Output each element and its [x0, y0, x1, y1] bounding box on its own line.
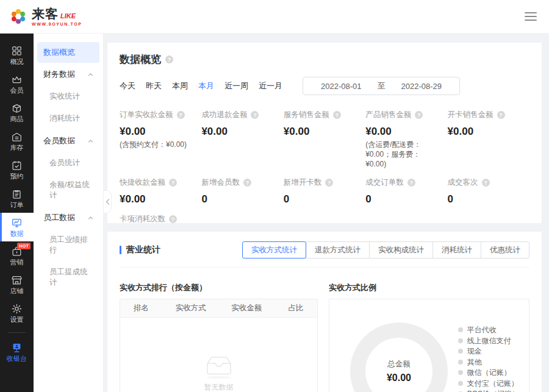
- nav-item-data[interactable]: 数据: [0, 213, 34, 241]
- brand-domain: WWW.8OYUN.TOP: [32, 22, 82, 26]
- submenu-item-receipt-stats[interactable]: 实收统计: [37, 85, 99, 107]
- help-icon[interactable]: [251, 111, 259, 119]
- stat-new-members: 新增会员数 0: [201, 177, 283, 205]
- nav-item-products[interactable]: 商品: [0, 98, 34, 127]
- help-icon[interactable]: [415, 111, 423, 119]
- grid-icon: [11, 45, 23, 57]
- gear-icon: [11, 303, 23, 315]
- chevron-up-icon: [88, 215, 93, 221]
- stat-card-sales: 开卡销售金额 ¥0.00: [448, 110, 529, 169]
- nav-item-settings[interactable]: 设置: [0, 299, 34, 327]
- hot-badge: HOT: [17, 243, 30, 249]
- nav-divider: [8, 332, 26, 333]
- submenu-section-staff[interactable]: 员工数据: [37, 206, 99, 229]
- help-icon[interactable]: [243, 179, 251, 187]
- help-icon[interactable]: [325, 179, 333, 187]
- tab-discount[interactable]: 优惠统计: [481, 241, 529, 258]
- stat-order-receipts: 订单实收款金额 ¥0.00 (含预约支付：¥0.00): [120, 110, 201, 169]
- brand-suffix: LIKE: [60, 13, 76, 20]
- ratio-chart: 总金额 ¥0.00 平台代收 线上微信支付 现金 其他 微信（记账） 支付宝（记…: [329, 299, 529, 392]
- overview-card: 数据概览 今天 昨天 本周 本月 近一周 近一月 2022-08-01 至 20…: [107, 43, 542, 223]
- legend-item[interactable]: 平台代收: [458, 326, 519, 334]
- nav-item-marketing[interactable]: HOT 营销: [0, 241, 34, 270]
- submenu-item-staff-rank[interactable]: 员工业绩排行: [37, 229, 99, 261]
- help-icon[interactable]: [165, 55, 173, 63]
- rank-panel-title: 实收方式排行（按金额）: [120, 282, 318, 293]
- nav-item-inventory[interactable]: 库存: [0, 127, 34, 155]
- nav-item-members[interactable]: 会员: [0, 69, 34, 98]
- legend-item[interactable]: 其他: [458, 358, 519, 366]
- receipt-rank-panel: 实收方式排行（按金额） 排名 实收方式 实收金额 占比: [120, 282, 318, 392]
- filter-last-30-days[interactable]: 近一月: [259, 80, 282, 91]
- legend-item[interactable]: 微信（记账）: [458, 369, 519, 377]
- legend-dot: [458, 370, 463, 375]
- filter-yesterday[interactable]: 昨天: [146, 80, 162, 91]
- submenu-item-consumption-stats[interactable]: 消耗统计: [37, 107, 99, 129]
- sidebar-collapse-handle[interactable]: [104, 190, 112, 213]
- legend-dot: [458, 338, 463, 343]
- stat-customer-visits: 成交客次 0: [448, 177, 529, 205]
- data-submenu: 数据概览 财务数据 实收统计 消耗统计 会员数据 会员统计 余额/权益统计 员工…: [34, 34, 104, 392]
- submenu-item-balance-stats[interactable]: 余额/权益统计: [37, 174, 99, 206]
- nav-item-shop[interactable]: 店铺: [0, 270, 34, 299]
- help-icon[interactable]: [497, 111, 505, 119]
- date-end[interactable]: 2022-08-29: [401, 82, 442, 91]
- stat-completed-orders: 成交订单数 0: [365, 177, 447, 205]
- cashier-icon: [11, 342, 23, 354]
- chevron-up-icon: [88, 138, 93, 144]
- empty-text: 暂无数据: [204, 382, 234, 392]
- business-stats-card: 营业统计 实收方式统计 退款方式统计 实收构成统计 消耗统计 优惠统计 实收方式…: [107, 232, 542, 392]
- nav-item-overview[interactable]: 概况: [0, 41, 34, 69]
- legend-item[interactable]: 支付宝（记账）: [458, 380, 519, 388]
- legend-item[interactable]: 线上微信支付: [458, 337, 519, 345]
- nav-item-appointments[interactable]: 预约: [0, 155, 34, 184]
- brand-logo[interactable]: 来客 LIKE WWW.8OYUN.TOP: [9, 7, 82, 26]
- ratio-panel-title: 实收方式比例: [329, 282, 529, 293]
- calendar-check-icon: [11, 160, 23, 171]
- date-filter-row: 今天 昨天 本周 本月 近一周 近一月 2022-08-01 至 2022-08…: [120, 77, 529, 95]
- empty-inbox-icon: [202, 353, 236, 379]
- rank-table: 排名 实收方式 实收金额 占比 暂无数据: [120, 299, 318, 392]
- nav-item-cashier[interactable]: 收银台: [0, 338, 34, 366]
- filter-today[interactable]: 今天: [120, 80, 135, 91]
- help-icon[interactable]: [177, 111, 185, 119]
- nav-item-orders[interactable]: 订单: [0, 184, 34, 213]
- crown-icon: [11, 74, 23, 85]
- stat-service-sales: 服务销售金额 ¥0.00: [284, 110, 365, 169]
- legend-item[interactable]: 现金: [458, 347, 519, 355]
- filter-last-7-days[interactable]: 近一周: [224, 80, 248, 91]
- submenu-item-member-stats[interactable]: 会员统计: [37, 152, 99, 174]
- filter-this-month[interactable]: 本月: [198, 80, 214, 91]
- tab-receipt-composition[interactable]: 实收构成统计: [369, 241, 433, 258]
- top-header: 来客 LIKE WWW.8OYUN.TOP: [0, 0, 549, 34]
- pinwheel-logo-icon: [9, 7, 28, 26]
- submenu-section-member[interactable]: 会员数据: [37, 129, 99, 152]
- submenu-section-finance[interactable]: 财务数据: [37, 63, 99, 85]
- date-start[interactable]: 2022-08-01: [321, 82, 362, 91]
- main-content: 数据概览 今天 昨天 本周 本月 近一周 近一月 2022-08-01 至 20…: [104, 34, 549, 392]
- menu-toggle-icon[interactable]: [525, 12, 537, 21]
- tab-receipt-method[interactable]: 实收方式统计: [242, 241, 306, 258]
- main-nav-rail: 概况 会员 商品 库存 预约 订单 数据 HOT 营销 店铺 设置 收银台: [0, 34, 34, 392]
- submenu-item-staff-commission[interactable]: 员工提成统计: [37, 261, 99, 293]
- stats-grid: 订单实收款金额 ¥0.00 (含预约支付：¥0.00) 成功退款金额 ¥0.00…: [120, 110, 529, 223]
- stat-quick-payments: 快捷收款金额 ¥0.00: [120, 177, 201, 205]
- date-range-picker[interactable]: 2022-08-01 至 2022-08-29: [303, 77, 460, 95]
- stat-refunds: 成功退款金额 ¥0.00: [201, 110, 283, 169]
- help-icon[interactable]: [169, 179, 177, 187]
- legend-dot: [458, 327, 463, 332]
- stat-new-cards: 新增开卡数 0: [284, 177, 365, 205]
- tab-refund-method[interactable]: 退款方式统计: [306, 241, 370, 258]
- legend-dot: [458, 360, 463, 365]
- warehouse-icon: [11, 131, 23, 143]
- submenu-item-data-overview[interactable]: 数据概览: [37, 42, 99, 63]
- help-icon[interactable]: [407, 179, 415, 187]
- help-icon[interactable]: [333, 111, 341, 119]
- help-icon[interactable]: [169, 215, 177, 223]
- receipt-ratio-panel: 实收方式比例 总金额 ¥0.00 平台代收 线上微信支付 现金 其他 微信（记账…: [329, 282, 529, 392]
- filter-this-week[interactable]: 本周: [172, 80, 188, 91]
- help-icon[interactable]: [482, 179, 490, 187]
- tab-consumption[interactable]: 消耗统计: [432, 241, 481, 258]
- donut-center-value: ¥0.00: [387, 372, 411, 383]
- donut-center-label: 总金额: [387, 359, 411, 369]
